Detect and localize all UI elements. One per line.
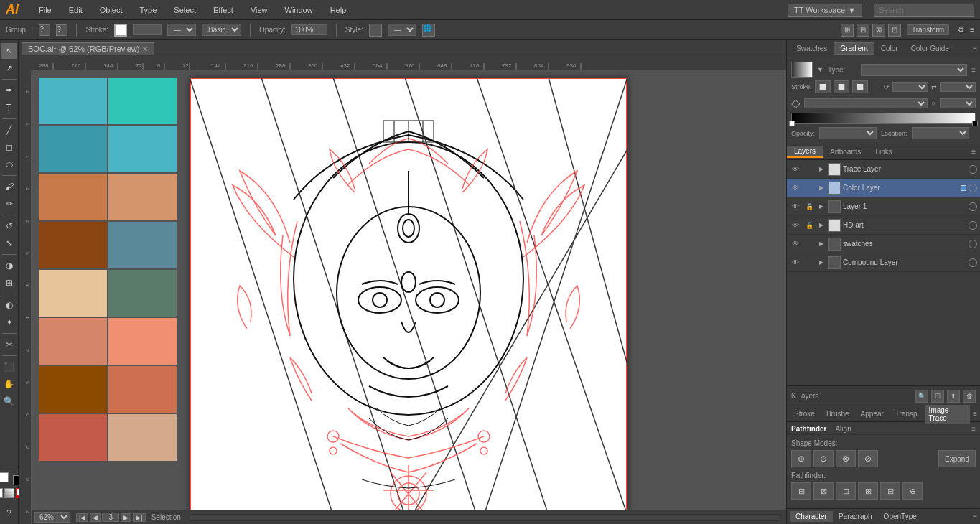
location-grad-select[interactable] — [912, 127, 969, 139]
stroke-color-swatch[interactable] — [114, 24, 127, 37]
line-tool[interactable]: ╱ — [1, 122, 17, 138]
menu-object[interactable]: Object — [97, 4, 126, 16]
tab-gradient[interactable]: Gradient — [834, 42, 874, 55]
panel-options-icon[interactable]: ⚙ — [958, 26, 964, 34]
tab-stroke[interactable]: Stroke — [790, 408, 819, 419]
workspace-button[interactable]: TT Workspace ▼ — [788, 4, 862, 17]
tab-swatches[interactable]: Swatches — [790, 42, 834, 55]
swatch-terra[interactable] — [108, 366, 177, 413]
layer-1[interactable]: 👁 🔒 ▶ Layer 1 — [787, 197, 980, 216]
swatch-brown[interactable] — [39, 222, 107, 268]
layer-visibility-hd[interactable]: 👁 — [790, 220, 801, 231]
grad-stop-left[interactable] — [789, 121, 795, 126]
tab-layers[interactable]: Layers — [787, 146, 823, 158]
layer-lock-color[interactable] — [803, 182, 815, 194]
stroke-profile-select[interactable]: Basic — [202, 24, 241, 36]
stroke-btn-1[interactable]: ⬜ — [815, 80, 831, 93]
fill-color[interactable] — [0, 472, 9, 482]
ellipse-tool[interactable]: ⬭ — [1, 156, 17, 172]
layer-expand-hd[interactable]: ▶ — [817, 221, 826, 230]
unite-btn[interactable]: ⊕ — [791, 450, 811, 467]
panel-collapse-icon[interactable]: ≡ — [970, 26, 974, 34]
layer-trace[interactable]: 👁 ▶ Trace Layer — [787, 160, 980, 179]
menu-view[interactable]: View — [248, 4, 271, 16]
pathfinder-subtab[interactable]: Pathfinder — [791, 425, 826, 433]
delete-layer-btn[interactable]: 🗑 — [963, 390, 976, 403]
swatch-teal3[interactable] — [39, 126, 107, 172]
swatch-slate[interactable] — [108, 222, 177, 268]
transform-label-btn[interactable]: Transform — [907, 24, 949, 35]
distribute-btn[interactable]: ⊟ — [857, 24, 869, 37]
tab-links[interactable]: Links — [868, 146, 899, 157]
select-tool[interactable]: ↖ — [1, 43, 17, 59]
rect-tool[interactable]: ◻ — [1, 139, 17, 155]
transform2-btn[interactable]: ⊡ — [888, 24, 901, 37]
merge-btn[interactable]: ⊡ — [836, 482, 856, 500]
tab-transparency[interactable]: Transp — [891, 408, 922, 419]
layer-lock-1[interactable]: 🔒 — [803, 201, 815, 212]
layer-lock-swatches[interactable] — [803, 238, 815, 250]
minus-front-btn[interactable]: ⊖ — [813, 450, 834, 467]
layer-swatches[interactable]: 👁 ▶ swatches — [787, 235, 980, 253]
last-page-btn[interactable]: ▶| — [133, 513, 145, 522]
layer-target-color[interactable] — [969, 184, 977, 192]
fill-mode-btn[interactable] — [0, 488, 3, 498]
tab-opentype[interactable]: OpenType — [878, 511, 923, 522]
swatch-orange1[interactable] — [39, 174, 107, 220]
layer-expand-swatches[interactable]: ▶ — [817, 240, 826, 248]
layer-lock-compound[interactable] — [803, 257, 815, 268]
outline-btn[interactable]: ⊟ — [880, 482, 900, 500]
layer-lock-trace[interactable] — [803, 164, 815, 175]
layer-target-hd[interactable] — [969, 221, 977, 230]
swatch-dk-brown[interactable] — [39, 366, 107, 413]
gradient-type-select[interactable]: Linear Radial — [861, 64, 967, 76]
layer-color[interactable]: 👁 ▶ Color Layer — [787, 179, 980, 197]
direct-select-tool[interactable]: ↗ — [1, 60, 17, 76]
swatch-teal1[interactable] — [39, 78, 107, 124]
swatch-tan[interactable] — [108, 414, 177, 461]
move-layer-btn[interactable]: ⬆ — [947, 390, 960, 403]
layer-hd-art[interactable]: 👁 🔒 ▶ HD art — [787, 216, 980, 235]
layer-expand-color[interactable]: ▶ — [817, 184, 826, 192]
layer-target-1[interactable] — [969, 202, 977, 211]
tab-artboards[interactable]: Artboards — [823, 146, 868, 157]
layers-panel-menu[interactable]: ≡ — [971, 148, 980, 156]
tab-image-trace[interactable]: Image Trace — [925, 405, 971, 424]
search-layers-btn[interactable]: 🔍 — [915, 390, 928, 403]
menu-window[interactable]: Window — [282, 4, 316, 16]
tab-color-guide[interactable]: Color Guide — [905, 42, 956, 55]
mesh-tool[interactable]: ⊞ — [1, 275, 17, 291]
next-page-btn[interactable]: ▶ — [121, 513, 131, 522]
blend-tool[interactable]: ◑ — [1, 258, 17, 273]
first-page-btn[interactable]: |◀ — [76, 513, 88, 522]
tab-paragraph[interactable]: Paragraph — [833, 511, 878, 522]
gradient-expand-arrow[interactable]: ▼ — [817, 66, 823, 73]
pencil-tool[interactable]: ✏ — [1, 196, 17, 212]
swatch-peach[interactable] — [39, 270, 107, 317]
expand-btn[interactable]: Expand — [938, 450, 976, 467]
stroke-btn-3[interactable]: ⬜ — [852, 80, 868, 93]
zoom-select[interactable]: 62% — [34, 512, 70, 523]
pen-tool[interactable]: ✒ — [1, 83, 17, 98]
layer-visibility-swatches[interactable]: 👁 — [790, 238, 801, 250]
gradient-panel-menu[interactable]: ≡ — [971, 66, 976, 74]
extra-select2[interactable] — [940, 98, 976, 108]
layer-target-compound[interactable] — [969, 258, 977, 267]
rotate-tool[interactable]: ↺ — [1, 218, 17, 234]
layer-visibility-color[interactable]: 👁 — [790, 182, 801, 194]
crop-btn[interactable]: ⊞ — [858, 482, 878, 500]
grad-stop-right[interactable] — [972, 121, 978, 126]
gradient-tool[interactable]: ◐ — [1, 297, 17, 313]
document-tab[interactable]: BOC.ai* @ 62% (RGB/Preview) ✕ — [22, 42, 154, 55]
paintbrush-tool[interactable]: 🖌 — [1, 179, 17, 195]
gradient-mode-btn[interactable] — [4, 488, 14, 498]
layer-compound[interactable]: 👁 ▶ Compound Layer — [787, 253, 980, 272]
tab-character[interactable]: Character — [790, 511, 833, 522]
scroll-bar-h[interactable] — [190, 514, 780, 521]
reverse-select[interactable] — [940, 82, 976, 92]
zoom-tool[interactable]: 🔍 — [1, 393, 17, 409]
exclude-btn[interactable]: ⊘ — [858, 450, 878, 467]
char-panel-menu[interactable]: ≡ — [973, 513, 977, 520]
layer-target-swatches[interactable] — [969, 240, 977, 248]
swatch-coral[interactable] — [108, 318, 177, 365]
